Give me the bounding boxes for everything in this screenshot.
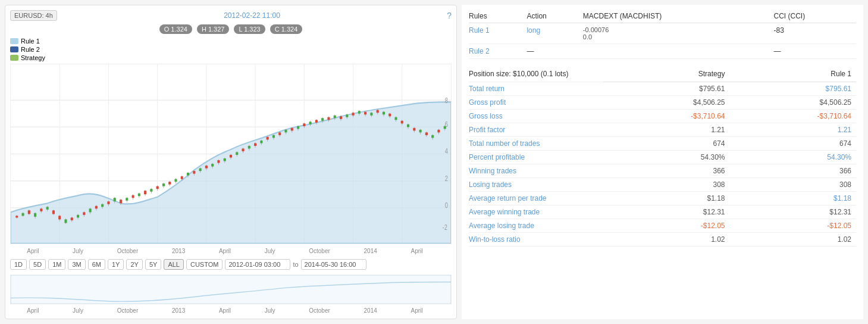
btn-1d[interactable]: 1D bbox=[10, 259, 27, 270]
svg-rect-124 bbox=[352, 113, 355, 116]
svg-rect-86 bbox=[236, 152, 238, 155]
mini-chart-svg bbox=[11, 275, 451, 304]
stats-row: Win-to-loss ratio1.021.02 bbox=[469, 233, 856, 247]
svg-rect-162 bbox=[11, 275, 451, 304]
x-label-april1: April bbox=[27, 248, 39, 254]
svg-rect-48 bbox=[120, 200, 122, 203]
btn-1m[interactable]: 1M bbox=[48, 259, 65, 270]
ohlc-row: O 1.324 H 1.327 L 1.323 C 1.324 bbox=[10, 24, 452, 34]
metric-spacer-0 bbox=[588, 82, 603, 96]
x-label-oct1: October bbox=[117, 248, 139, 254]
mini-x-april1: April bbox=[27, 307, 39, 314]
metric-spacer-9 bbox=[588, 205, 603, 219]
metric-name-6: Winning trades bbox=[469, 164, 588, 178]
range-from-input[interactable] bbox=[225, 259, 290, 270]
btn-2y[interactable]: 2Y bbox=[126, 259, 142, 270]
rule1-macd: -0.000760.0 bbox=[583, 23, 774, 44]
svg-rect-152 bbox=[437, 130, 440, 133]
svg-rect-108 bbox=[303, 123, 305, 126]
metric-name-10: Average losing trade bbox=[469, 219, 588, 233]
svg-rect-24 bbox=[46, 207, 49, 210]
stats-row: Average losing trade-$12.05-$12.05 bbox=[469, 219, 856, 233]
mini-x-2014: 2014 bbox=[364, 307, 377, 314]
x-label-july2: July bbox=[265, 248, 275, 254]
svg-rect-28 bbox=[58, 216, 61, 219]
legend-color-rule2 bbox=[10, 46, 18, 52]
metric-name-5: Percent profitable bbox=[469, 151, 588, 164]
svg-rect-40 bbox=[95, 206, 98, 209]
rules-col-header: Rules bbox=[469, 10, 527, 23]
stats-row: Profit factor1.211.21 bbox=[469, 123, 856, 137]
rule1-label: Rule 1 bbox=[469, 23, 527, 44]
metric-strategy-0: $795.61 bbox=[603, 82, 730, 96]
metric-name-3: Profit factor bbox=[469, 123, 588, 137]
metric-name-8: Average return per trade bbox=[469, 192, 588, 205]
legend-color-rule1 bbox=[10, 38, 18, 44]
svg-text:4: 4 bbox=[445, 147, 449, 155]
svg-rect-138 bbox=[394, 117, 397, 120]
svg-text:-2: -2 bbox=[443, 223, 447, 232]
svg-rect-72 bbox=[193, 171, 195, 174]
metric-rule1-3: 1.21 bbox=[729, 123, 856, 137]
btn-5y[interactable]: 5Y bbox=[145, 259, 161, 270]
macd-col-header: MACDEXT (MACDHIST) bbox=[583, 10, 774, 23]
btn-5d[interactable]: 5D bbox=[29, 259, 46, 270]
svg-rect-116 bbox=[327, 117, 330, 120]
btn-6m[interactable]: 6M bbox=[88, 259, 105, 270]
legend-label-strategy: Strategy bbox=[21, 54, 45, 61]
legend-rule1: Rule 1 bbox=[10, 38, 452, 45]
metric-rule1-5: 54.30% bbox=[729, 151, 856, 164]
btn-custom[interactable]: CUSTOM bbox=[186, 259, 223, 270]
rule1-cci: -83 bbox=[773, 23, 856, 44]
svg-rect-14 bbox=[15, 216, 18, 217]
metric-strategy-8: $1.18 bbox=[603, 192, 730, 205]
metric-spacer-10 bbox=[588, 219, 603, 233]
mini-chart-x-axis: April July October 2013 April July Octob… bbox=[10, 307, 452, 314]
metric-rule1-0: $795.61 bbox=[729, 82, 856, 96]
svg-rect-134 bbox=[383, 112, 385, 115]
mini-x-april3: April bbox=[411, 307, 423, 314]
metric-rule1-2: -$3,710.64 bbox=[729, 110, 856, 123]
metric-rule1-1: $4,506.25 bbox=[729, 96, 856, 110]
svg-rect-32 bbox=[71, 217, 73, 220]
svg-rect-60 bbox=[156, 186, 159, 189]
position-size-label: Position size: $10,000 (0.1 lots) bbox=[469, 66, 603, 82]
svg-rect-102 bbox=[284, 130, 287, 133]
stats-row: Average return per trade$1.18$1.18 bbox=[469, 192, 856, 205]
btn-all[interactable]: ALL bbox=[164, 259, 184, 270]
mini-x-oct2: October bbox=[309, 307, 330, 314]
main-chart-svg: 8 6 4 2 0 -2 % Return bbox=[11, 64, 451, 244]
rule2-row: Rule 2 — — bbox=[469, 44, 856, 59]
svg-rect-78 bbox=[211, 164, 214, 167]
metric-spacer-5 bbox=[588, 151, 603, 164]
range-separator: to bbox=[293, 261, 298, 268]
stats-row: Total return$795.61$795.61 bbox=[469, 82, 856, 96]
svg-rect-62 bbox=[162, 183, 165, 186]
svg-rect-132 bbox=[377, 110, 379, 113]
x-label-april3: April bbox=[411, 248, 423, 254]
svg-text:0: 0 bbox=[445, 201, 448, 209]
svg-rect-76 bbox=[205, 166, 208, 169]
x-label-oct2: October bbox=[309, 248, 330, 254]
metric-spacer-3 bbox=[588, 123, 603, 137]
svg-rect-100 bbox=[278, 132, 281, 135]
svg-text:8: 8 bbox=[445, 96, 448, 104]
svg-rect-142 bbox=[407, 124, 409, 127]
range-to-input[interactable] bbox=[301, 259, 366, 270]
help-icon[interactable]: ? bbox=[447, 11, 452, 20]
btn-1y[interactable]: 1Y bbox=[108, 259, 124, 270]
svg-rect-74 bbox=[199, 169, 202, 172]
rule1-action: long bbox=[527, 23, 582, 44]
strategy-col-header: Strategy bbox=[603, 66, 730, 82]
stats-row: Winning trades366366 bbox=[469, 164, 856, 178]
svg-rect-26 bbox=[52, 210, 55, 214]
legend-color-strategy bbox=[10, 55, 18, 61]
chart-x-axis: April July October 2013 April July Octob… bbox=[10, 248, 452, 254]
svg-rect-64 bbox=[168, 182, 171, 185]
legend-rule2: Rule 2 bbox=[10, 46, 452, 53]
btn-3m[interactable]: 3M bbox=[68, 259, 85, 270]
x-label-july1: July bbox=[73, 248, 83, 254]
metric-strategy-3: 1.21 bbox=[603, 123, 730, 137]
metric-name-7: Losing trades bbox=[469, 178, 588, 192]
open-badge: O 1.324 bbox=[159, 24, 192, 34]
